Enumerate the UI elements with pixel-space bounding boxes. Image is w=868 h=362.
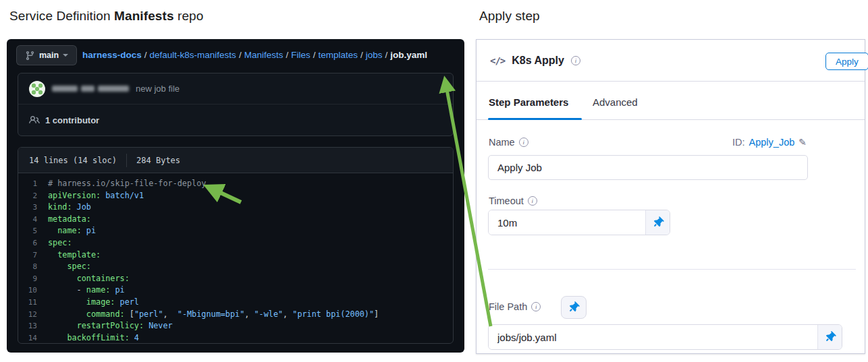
contributors-row[interactable]: 1 contributor: [18, 104, 453, 135]
timeout-input[interactable]: [489, 210, 645, 235]
breadcrumb-segment-harness-docs[interactable]: harness-docs: [82, 50, 142, 60]
file-content-box: 14 lines (14 sloc) 284 Bytes 1# harness.…: [18, 147, 454, 344]
code-text: template:: [48, 249, 101, 262]
code-text: restartPolicy: Never: [48, 320, 173, 332]
breadcrumb-separator: /: [144, 50, 147, 60]
line-number[interactable]: 1: [18, 178, 48, 190]
line-number[interactable]: 8: [18, 261, 48, 273]
contributors-label[interactable]: 1 contributor: [45, 115, 99, 125]
breadcrumb-separator: /: [239, 50, 242, 60]
code-text: apiVersion: batch/v1: [48, 190, 144, 202]
screenshot-root: Service Definition Manifests repo Apply …: [0, 0, 868, 362]
branch-selector[interactable]: main: [16, 45, 77, 65]
avatar[interactable]: [29, 81, 45, 97]
id-prefix: ID:: [732, 137, 745, 148]
file-lines-count: 14 lines (14 sloc): [29, 156, 117, 165]
meta-divider: [126, 154, 127, 167]
active-tab-underline: [488, 118, 582, 120]
line-number[interactable]: 3: [18, 202, 48, 214]
file-meta-bar: 14 lines (14 sloc) 284 Bytes: [18, 148, 453, 173]
code-line: 3kind: Job: [18, 202, 453, 214]
breadcrumb-segment-templates[interactable]: templates: [318, 50, 358, 60]
breadcrumb-separator: /: [313, 50, 316, 60]
latest-commit-box: new job file 1 contributor: [18, 73, 454, 136]
apply-changes-button[interactable]: Apply: [825, 53, 868, 70]
timeout-label-text: Timeout: [489, 195, 524, 206]
file-path-field-label: File Path i: [489, 301, 541, 312]
breadcrumb: harness-docs/default-k8s-manifests/Manif…: [82, 50, 427, 60]
code-text: backoffLimit: 4: [48, 332, 139, 344]
code-text: # harness.io/skip-file-for-deploy: [48, 178, 206, 190]
breadcrumb-segment-Files[interactable]: Files: [291, 50, 310, 60]
line-number[interactable]: 14: [18, 332, 48, 344]
code-text: name: pi: [48, 225, 96, 237]
code-lines: 1# harness.io/skip-file-for-deploy2apiVe…: [18, 173, 453, 344]
line-number[interactable]: 13: [18, 320, 48, 332]
git-branch-icon: [25, 51, 35, 61]
left-title-pre: Service Definition: [9, 9, 114, 23]
pin-icon: [823, 330, 837, 344]
code-text: - name: pi: [48, 284, 125, 297]
file-size: 284 Bytes: [136, 156, 180, 165]
k8s-apply-step-card: </> K8s Apply i Apply Step Parameters Ad…: [476, 39, 865, 354]
code-text: spec:: [48, 261, 91, 273]
line-number[interactable]: 10: [18, 284, 48, 297]
line-number[interactable]: 4: [18, 214, 48, 226]
info-icon[interactable]: i: [528, 196, 537, 206]
code-line: 13 restartPolicy: Never: [18, 320, 453, 332]
github-file-panel: main harness-docs/default-k8s-manifests/…: [7, 39, 464, 353]
code-line: 9 containers:: [18, 273, 453, 285]
commit-message[interactable]: new job file: [136, 84, 180, 94]
tab-step-parameters[interactable]: Step Parameters: [489, 96, 568, 108]
code-text: metadata:: [48, 214, 91, 226]
info-icon[interactable]: i: [531, 302, 541, 311]
timeout-input-group: [488, 210, 670, 235]
github-topbar: main harness-docs/default-k8s-manifests/…: [7, 39, 464, 73]
branch-name: main: [39, 51, 59, 60]
line-number[interactable]: 6: [18, 237, 48, 249]
pin-icon: [566, 300, 580, 314]
people-icon: [29, 115, 40, 125]
name-field-label: Name i: [489, 137, 528, 148]
line-number[interactable]: 5: [18, 225, 48, 237]
file-path-input-pin-button[interactable]: [817, 325, 842, 349]
left-title-bold: Manifests: [114, 9, 174, 23]
line-number[interactable]: 2: [18, 190, 48, 202]
step-tabs: Step Parameters Advanced: [477, 82, 865, 120]
right-section-title: Apply step: [479, 9, 540, 24]
breadcrumb-segment-job.yaml: job.yaml: [390, 50, 427, 60]
code-text: containers:: [48, 273, 130, 285]
breadcrumb-segment-default-k8s-manifests[interactable]: default-k8s-manifests: [150, 50, 236, 60]
breadcrumb-separator: /: [360, 50, 363, 60]
name-input[interactable]: [488, 155, 808, 180]
code-line: 5 name: pi: [18, 225, 453, 237]
code-text: image: perl: [48, 297, 139, 309]
commit-row[interactable]: new job file: [18, 73, 453, 104]
breadcrumb-segment-Manifests[interactable]: Manifests: [244, 50, 283, 60]
file-path-pin-button[interactable]: [561, 296, 587, 319]
step-id-link[interactable]: Apply_Job: [749, 137, 795, 148]
code-line: 12 command: ["perl", "-Mbignum=bpi", "-w…: [18, 309, 453, 321]
breadcrumb-segment-jobs[interactable]: jobs: [366, 50, 383, 60]
line-number[interactable]: 7: [18, 249, 48, 262]
line-number[interactable]: 11: [18, 297, 48, 309]
code-line: 8 spec:: [18, 261, 453, 273]
step-header: </> K8s Apply i Apply: [477, 40, 865, 82]
info-icon[interactable]: i: [571, 56, 580, 65]
info-icon[interactable]: i: [519, 138, 528, 147]
code-icon: </>: [490, 55, 505, 66]
line-number[interactable]: 9: [18, 273, 48, 285]
chevron-down-icon: [63, 54, 68, 57]
code-line: 10 - name: pi: [18, 284, 453, 297]
line-number[interactable]: 12: [18, 309, 48, 321]
code-text: command: ["perl", "-Mbignum=bpi", "-wle"…: [48, 309, 379, 321]
code-line: 2apiVersion: batch/v1: [18, 190, 453, 202]
tab-advanced[interactable]: Advanced: [593, 96, 638, 108]
step-title: K8s Apply: [512, 55, 564, 67]
name-label-text: Name: [489, 137, 515, 148]
code-line: 7 template:: [18, 249, 453, 262]
file-path-input[interactable]: [489, 325, 817, 349]
breadcrumb-separator: /: [385, 50, 388, 60]
edit-pencil-icon[interactable]: ✎: [798, 137, 807, 148]
timeout-pin-button[interactable]: [645, 210, 670, 235]
